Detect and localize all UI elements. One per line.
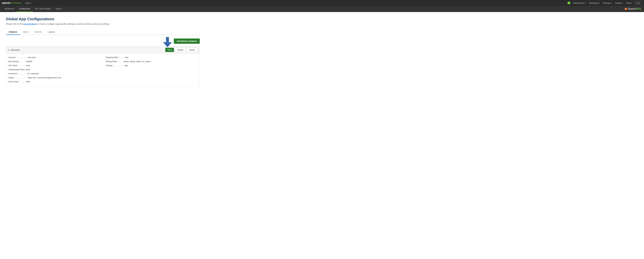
detail-row-auth-mod: Authentication Mod basic [8,68,100,71]
documentation-link[interactable]: documentation [23,23,37,25]
detail-row-proxy: Proxy Used ............. false [8,80,100,83]
configuration-tabs: Instance Query License Logging [6,29,200,35]
detail-column-left: Instance ..................... aws-prod … [8,56,100,84]
main-content: Global App Configurations Please refer t… [0,12,206,92]
workbench-nav[interactable]: Workbench [2,6,17,12]
help-menu[interactable]: Help ▾ [624,0,634,6]
add-button-row: Add Elastic Instance [6,38,200,44]
secondary-navigation: Workbench Configuration DSL Query Builde… [0,6,644,12]
instance-details: Instance ..................... aws-prod … [6,54,200,87]
dsl-nav[interactable]: DSL Query Builder [33,6,53,12]
apps-menu[interactable]: Apps ▾ [24,0,33,6]
instance-tab[interactable]: Instance [6,29,20,35]
find-button[interactable]: Find [634,1,642,5]
svg-marker-0 [163,37,172,47]
messages-chevron-icon: ▾ [598,2,600,4]
expand-chevron-icon[interactable]: ❮ [8,49,10,51]
detail-row-instance: Instance ..................... aws-prod [8,56,100,59]
logging-tab[interactable]: Logging [44,29,58,35]
configuration-nav[interactable]: Configuration [17,6,33,12]
help-chevron-icon: ▾ [631,2,632,4]
detail-row-ssl-mode: SSL Mode .............. none [8,64,100,67]
query-tab[interactable]: Query [20,29,32,35]
status-indicator: ✓ [568,2,570,4]
detail-column-right: Reading Roles .......... user Writing Ro… [106,56,197,84]
settings-chevron-icon: ▾ [610,2,612,4]
license-tab[interactable]: License [32,29,44,35]
detail-row-nodes: Nodes ........................ https://e… [8,76,100,79]
apps-chevron-icon: ▾ [30,2,31,4]
instance-name: aws-prod [11,49,165,51]
instance-section: ❮ aws-prod Ping Update Delete Instance .… [6,46,200,87]
administrator-menu[interactable]: Administrator ▾ [571,0,588,6]
splunk-logo: splunk> enterprise [2,2,21,4]
messages-menu[interactable]: Messages ▾ [588,0,601,6]
page-title: Global App Configurations [6,17,200,21]
detail-row-sharing: Sharing ..................... app [106,64,197,67]
update-button[interactable]: Update [175,48,186,52]
blue-arrow-indicator [162,37,173,48]
detail-row-reading-roles: Reading Roles .......... user [106,56,197,59]
instance-actions: Ping Update Delete [165,48,197,52]
activity-menu[interactable]: Activity ▾ [613,0,624,6]
detail-row-writing-roles: Writing Roles .......... admin, elastic_… [106,60,197,63]
settings-menu[interactable]: Settings ▾ [601,0,613,6]
activity-chevron-icon: ▾ [622,2,623,4]
add-elastic-instance-button[interactable]: Add Elastic Instance [174,38,200,44]
splunk-enterprise-text: enterprise [12,2,21,4]
detail-row-username: Username ................. srv_elasticsp… [8,72,100,75]
admin-chevron-icon: ▾ [585,2,586,4]
splunk-text: splunk> [2,2,12,4]
page-subtitle: Please refer to the documentation on how… [6,23,200,25]
ping-button[interactable]: Ping [165,48,174,52]
delete-button[interactable]: Delete [187,48,197,52]
elasticspl-text: ElasticSPL [628,7,642,10]
search-nav[interactable]: Search [53,6,64,12]
detail-row-max-results: Max Results ........... 100000 [8,60,100,63]
elasticspl-logo: ElasticSPL [625,7,642,10]
top-navigation: splunk> enterprise Apps ▾ ✓ Administrato… [0,0,644,6]
